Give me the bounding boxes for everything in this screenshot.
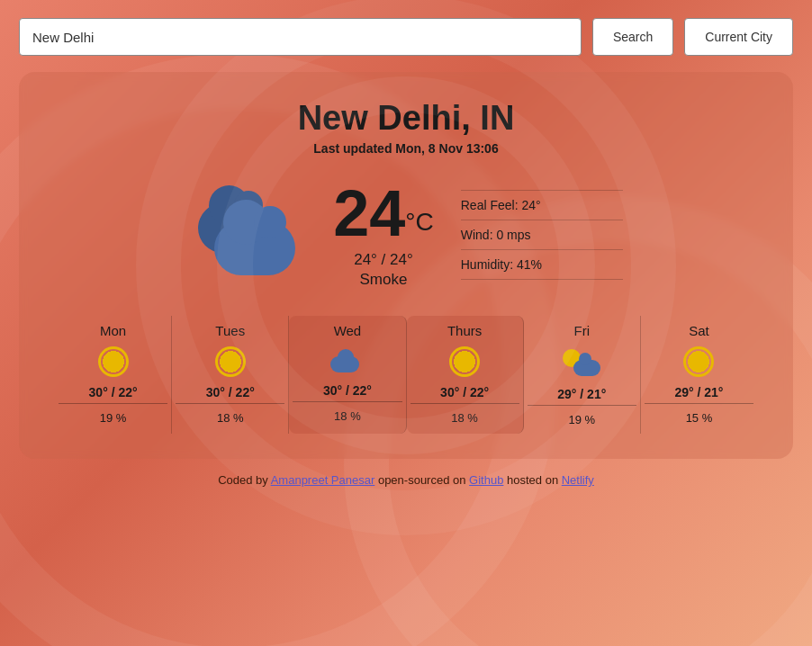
sun-icon-tues [218,349,243,374]
temp-tues: 30° / 22° [176,385,284,404]
temperature-value: 24 [333,181,405,246]
last-updated: Last updated Mon, 8 Nov 13:06 [55,141,757,156]
forecast-day-thurs: Thurs 30° / 22° 18 % [407,316,524,434]
day-label-tues: Tues [215,323,245,338]
footer-text-pre: Coded by [218,473,271,487]
city-name: New Delhi, IN [55,99,757,138]
forecast-day-wed: Wed 30° / 22° 18 % [289,316,406,434]
cloud-icon-wed [330,349,365,372]
top-bar: Search Current City [19,18,793,56]
humidity-mon: 19 % [100,411,127,425]
temp-sat: 29° / 21° [645,385,753,404]
footer: Coded by Amanpreet Panesar open-sourced … [218,473,594,487]
day-label-thurs: Thurs [447,323,482,338]
sun-icon-thurs [452,349,477,374]
wind: Wind: 0 mps [461,220,623,250]
author-link[interactable]: Amanpreet Panesar [271,473,375,487]
details-block: Real Feel: 24° Wind: 0 mps Humidity: 41% [461,190,623,280]
humidity-fri: 19 % [568,413,595,426]
forecast: Mon 30° / 22° 19 % Tues 30° / 22° 18 % W… [55,316,757,434]
temp-fri: 29° / 21° [528,387,636,406]
temperature-unit: °C [405,208,433,236]
netlify-link[interactable]: Netlify [562,473,594,487]
github-link[interactable]: Github [469,473,503,487]
sun-icon-sat [686,349,711,374]
day-label-sat: Sat [689,323,709,338]
humidity-tues: 18 % [217,411,244,425]
temp-wed: 30° / 22° [293,383,401,402]
current-city-button[interactable]: Current City [684,18,793,56]
footer-text-mid: open-sourced on [374,473,469,487]
cloud-front-icon [214,221,295,275]
day-label-mon: Mon [100,323,126,338]
forecast-day-mon: Mon 30° / 22° 19 % [55,316,172,434]
forecast-day-sat: Sat 29° / 21° 15 % [641,316,757,434]
temp-range: 24° / 24° [333,251,434,269]
day-label-wed: Wed [334,323,362,338]
temp-mon: 30° / 22° [59,385,167,404]
forecast-day-fri: Fri 29° / 21° 19 % [524,316,641,434]
sun-icon-mon [101,349,126,374]
sun-cloud-icon-fri [563,349,600,376]
search-button[interactable]: Search [592,18,673,56]
humidity: Humidity: 41% [461,250,623,280]
search-input[interactable] [19,18,582,56]
temp-block: 24°C 24° / 24° Smoke [333,181,434,289]
weather-main: 24°C 24° / 24° Smoke Real Feel: 24° Wind… [55,181,757,289]
footer-text-post: hosted on [503,473,561,487]
weather-icon-large [189,194,306,275]
day-label-fri: Fri [574,323,591,338]
humidity-wed: 18 % [334,409,361,423]
humidity-sat: 15 % [686,411,713,425]
humidity-thurs: 18 % [451,411,478,425]
temperature-display: 24°C [333,181,434,246]
temp-thurs: 30° / 22° [411,385,519,404]
forecast-day-tues: Tues 30° / 22° 18 % [172,316,289,434]
weather-card: New Delhi, IN Last updated Mon, 8 Nov 13… [19,72,793,459]
condition: Smoke [333,271,434,289]
real-feel: Real Feel: 24° [461,190,623,220]
